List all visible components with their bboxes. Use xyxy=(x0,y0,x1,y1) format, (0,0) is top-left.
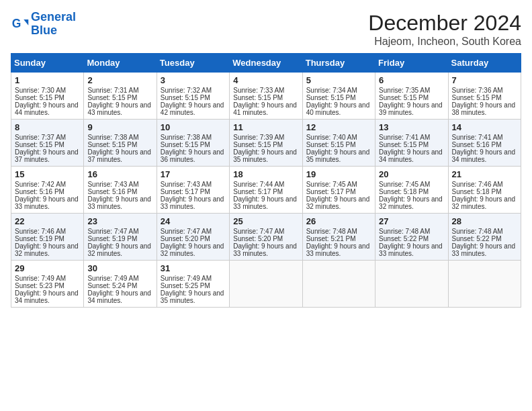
calendar-cell: 20Sunrise: 7:45 AMSunset: 5:18 PMDayligh… xyxy=(375,167,448,214)
sunset-text: Sunset: 5:17 PM xyxy=(161,188,226,195)
calendar-cell: 2Sunrise: 7:31 AMSunset: 5:15 PMDaylight… xyxy=(84,73,157,120)
calendar-cell: 27Sunrise: 7:48 AMSunset: 5:22 PMDayligh… xyxy=(375,214,448,261)
calendar-cell xyxy=(230,261,302,308)
weekday-header-saturday: Saturday xyxy=(448,54,521,73)
day-number: 1 xyxy=(15,75,80,85)
sunset-text: Sunset: 5:19 PM xyxy=(87,235,152,242)
sunset-text: Sunset: 5:19 PM xyxy=(15,235,80,242)
calendar-week-row: 1Sunrise: 7:30 AMSunset: 5:15 PMDaylight… xyxy=(11,73,521,120)
calendar-cell: 26Sunrise: 7:48 AMSunset: 5:21 PMDayligh… xyxy=(302,214,375,261)
sunrise-text: Sunrise: 7:48 AM xyxy=(379,228,444,235)
logo-line2: Blue xyxy=(31,24,57,37)
calendar-cell: 14Sunrise: 7:41 AMSunset: 5:16 PMDayligh… xyxy=(448,120,521,167)
calendar-cell: 25Sunrise: 7:47 AMSunset: 5:20 PMDayligh… xyxy=(230,214,302,261)
sunrise-text: Sunrise: 7:43 AM xyxy=(161,181,226,188)
sunset-text: Sunset: 5:15 PM xyxy=(87,94,152,101)
day-number: 4 xyxy=(233,75,298,85)
daylight-text: Daylight: 9 hours and 34 minutes. xyxy=(87,289,152,304)
calendar-cell: 17Sunrise: 7:43 AMSunset: 5:17 PMDayligh… xyxy=(157,167,229,214)
calendar-cell: 18Sunrise: 7:44 AMSunset: 5:17 PMDayligh… xyxy=(230,167,302,214)
daylight-text: Daylight: 9 hours and 34 minutes. xyxy=(379,148,444,163)
weekday-header-wednesday: Wednesday xyxy=(230,54,302,73)
calendar-cell: 3Sunrise: 7:32 AMSunset: 5:15 PMDaylight… xyxy=(157,73,229,120)
sunset-text: Sunset: 5:15 PM xyxy=(306,94,371,101)
sunset-text: Sunset: 5:15 PM xyxy=(15,94,80,101)
daylight-text: Daylight: 9 hours and 38 minutes. xyxy=(452,101,517,116)
sunrise-text: Sunrise: 7:40 AM xyxy=(306,134,371,141)
sunset-text: Sunset: 5:18 PM xyxy=(379,188,444,195)
sunrise-text: Sunrise: 7:49 AM xyxy=(161,275,226,282)
day-number: 17 xyxy=(161,169,226,179)
sunrise-text: Sunrise: 7:30 AM xyxy=(15,87,80,94)
calendar-cell: 29Sunrise: 7:49 AMSunset: 5:23 PMDayligh… xyxy=(11,261,84,308)
weekday-header-tuesday: Tuesday xyxy=(157,54,229,73)
sunrise-text: Sunrise: 7:41 AM xyxy=(452,134,517,141)
day-number: 14 xyxy=(452,122,517,132)
day-number: 28 xyxy=(452,216,517,226)
sunrise-text: Sunrise: 7:43 AM xyxy=(87,181,152,188)
calendar-cell: 31Sunrise: 7:49 AMSunset: 5:25 PMDayligh… xyxy=(157,261,229,308)
sunset-text: Sunset: 5:15 PM xyxy=(452,94,517,101)
day-number: 3 xyxy=(161,75,226,85)
sunset-text: Sunset: 5:24 PM xyxy=(87,282,152,289)
sunset-text: Sunset: 5:15 PM xyxy=(87,141,152,148)
daylight-text: Daylight: 9 hours and 32 minutes. xyxy=(15,242,80,257)
calendar-cell: 28Sunrise: 7:48 AMSunset: 5:22 PMDayligh… xyxy=(448,214,521,261)
day-number: 12 xyxy=(306,122,371,132)
sunset-text: Sunset: 5:22 PM xyxy=(379,235,444,242)
sunrise-text: Sunrise: 7:32 AM xyxy=(161,87,226,94)
calendar-cell: 24Sunrise: 7:47 AMSunset: 5:20 PMDayligh… xyxy=(157,214,229,261)
sunset-text: Sunset: 5:15 PM xyxy=(233,141,298,148)
sunrise-text: Sunrise: 7:45 AM xyxy=(379,181,444,188)
sunrise-text: Sunrise: 7:33 AM xyxy=(233,87,298,94)
calendar-cell: 5Sunrise: 7:34 AMSunset: 5:15 PMDaylight… xyxy=(302,73,375,120)
sunset-text: Sunset: 5:15 PM xyxy=(233,94,298,101)
day-number: 19 xyxy=(306,169,371,179)
weekday-header-thursday: Thursday xyxy=(302,54,375,73)
daylight-text: Daylight: 9 hours and 37 minutes. xyxy=(15,148,80,163)
sunrise-text: Sunrise: 7:31 AM xyxy=(87,87,152,94)
sunrise-text: Sunrise: 7:34 AM xyxy=(306,87,371,94)
calendar-header-row: SundayMondayTuesdayWednesdayThursdayFrid… xyxy=(11,54,521,73)
sunrise-text: Sunrise: 7:47 AM xyxy=(161,228,226,235)
daylight-text: Daylight: 9 hours and 40 minutes. xyxy=(306,101,371,116)
calendar-cell: 22Sunrise: 7:46 AMSunset: 5:19 PMDayligh… xyxy=(11,214,84,261)
daylight-text: Daylight: 9 hours and 32 minutes. xyxy=(306,195,371,210)
daylight-text: Daylight: 9 hours and 41 minutes. xyxy=(233,101,298,116)
daylight-text: Daylight: 9 hours and 39 minutes. xyxy=(379,101,444,116)
day-number: 26 xyxy=(306,216,371,226)
calendar-cell: 8Sunrise: 7:37 AMSunset: 5:15 PMDaylight… xyxy=(11,120,84,167)
location: Hajeom, Incheon, South Korea xyxy=(368,36,521,48)
day-number: 6 xyxy=(379,75,444,85)
calendar-week-row: 22Sunrise: 7:46 AMSunset: 5:19 PMDayligh… xyxy=(11,214,521,261)
calendar-cell xyxy=(375,261,448,308)
sunset-text: Sunset: 5:20 PM xyxy=(233,235,298,242)
sunrise-text: Sunrise: 7:38 AM xyxy=(87,134,152,141)
day-number: 24 xyxy=(161,216,226,226)
daylight-text: Daylight: 9 hours and 34 minutes. xyxy=(452,148,517,163)
sunset-text: Sunset: 5:25 PM xyxy=(161,282,226,289)
day-number: 5 xyxy=(306,75,371,85)
day-number: 20 xyxy=(379,169,444,179)
daylight-text: Daylight: 9 hours and 43 minutes. xyxy=(87,101,152,116)
daylight-text: Daylight: 9 hours and 33 minutes. xyxy=(161,195,226,210)
daylight-text: Daylight: 9 hours and 32 minutes. xyxy=(379,195,444,210)
sunset-text: Sunset: 5:15 PM xyxy=(15,141,80,148)
weekday-header-friday: Friday xyxy=(375,54,448,73)
sunset-text: Sunset: 5:20 PM xyxy=(161,235,226,242)
calendar-cell: 6Sunrise: 7:35 AMSunset: 5:15 PMDaylight… xyxy=(375,73,448,120)
sunrise-text: Sunrise: 7:37 AM xyxy=(15,134,80,141)
sunset-text: Sunset: 5:21 PM xyxy=(306,235,371,242)
sunrise-text: Sunrise: 7:38 AM xyxy=(161,134,226,141)
sunrise-text: Sunrise: 7:44 AM xyxy=(233,181,298,188)
svg-marker-1 xyxy=(24,19,28,26)
calendar-cell: 12Sunrise: 7:40 AMSunset: 5:15 PMDayligh… xyxy=(302,120,375,167)
daylight-text: Daylight: 9 hours and 33 minutes. xyxy=(87,195,152,210)
calendar-cell: 9Sunrise: 7:38 AMSunset: 5:15 PMDaylight… xyxy=(84,120,157,167)
calendar-cell: 4Sunrise: 7:33 AMSunset: 5:15 PMDaylight… xyxy=(230,73,302,120)
daylight-text: Daylight: 9 hours and 33 minutes. xyxy=(379,242,444,257)
weekday-header-sunday: Sunday xyxy=(11,54,84,73)
page-header: G General Blue December 2024 Hajeom, Inc… xyxy=(11,11,521,48)
title-block: December 2024 Hajeom, Incheon, South Kor… xyxy=(368,11,521,48)
daylight-text: Daylight: 9 hours and 33 minutes. xyxy=(233,195,298,210)
